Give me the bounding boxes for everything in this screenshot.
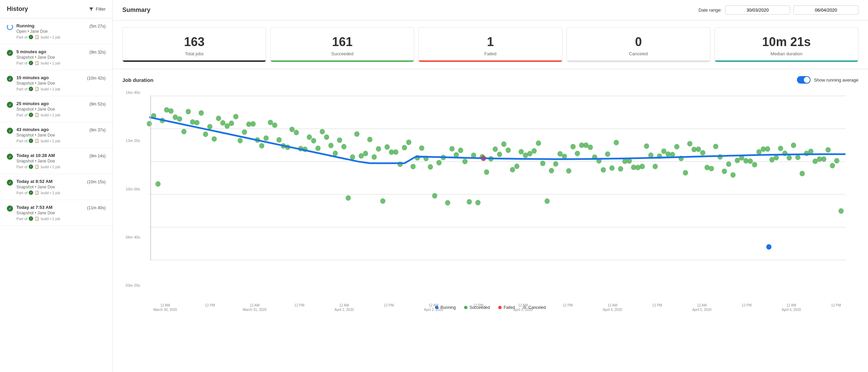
data-point-succeeded (527, 151, 532, 156)
data-point-succeeded (199, 110, 204, 116)
data-point-succeeded (765, 146, 770, 152)
x-time: 12 PM (545, 303, 590, 307)
x-time: 12 PM (456, 303, 501, 307)
data-point-succeeded (449, 146, 455, 152)
data-point-succeeded (484, 169, 489, 175)
data-point-succeeded (601, 167, 606, 173)
data-point-succeeded (328, 143, 334, 148)
list-item[interactable]: ✓ 5 minutes ago Snapshot • Jane Doe Part… (0, 44, 112, 70)
x-date: April 5, 2020 (680, 308, 724, 312)
data-point-succeeded (653, 164, 658, 169)
main-header: Summary Date range: (113, 0, 868, 20)
y-axis-label: 10m 00s (126, 187, 140, 191)
x-axis-label: 12 AMApril 5, 2020 (680, 303, 724, 312)
x-date: April 3, 2020 (501, 308, 545, 312)
list-item-subtitle: Open • Jane Doe (16, 29, 60, 34)
filter-button[interactable]: Filter (89, 6, 106, 12)
x-axis-label: 12 AMApril 4, 2020 (590, 303, 635, 312)
sidebar: History Filter Running Open • Jane Doe P… (0, 0, 113, 372)
x-axis-label: 12 PM (366, 303, 411, 312)
list-item-subtitle: Snapshot • Jane Doe (16, 211, 60, 215)
data-point-succeeded (380, 198, 385, 204)
date-range: Date range: (699, 5, 858, 15)
list-item-meta: Part of ✓ 📋 build • 1 job (16, 216, 60, 221)
data-point-succeeded (730, 172, 735, 178)
chart-plot: 12 AMMarch 30, 202012 PM12 AMMarch 31, 2… (143, 89, 858, 301)
data-point-succeeded (514, 164, 519, 169)
card-label: Canceled (575, 51, 702, 56)
data-point-succeeded (345, 195, 351, 201)
list-item-subtitle: Snapshot • Jane Doe (16, 185, 60, 189)
y-axis-label: 03m 20s (126, 283, 140, 287)
list-item[interactable]: ✓ 25 minutes ago Snapshot • Jane Doe Par… (0, 96, 112, 122)
data-point-succeeded (505, 147, 511, 153)
data-point-succeeded (384, 144, 390, 150)
data-point-succeeded (225, 123, 230, 129)
data-point-succeeded (700, 150, 705, 156)
check-icon: ✓ (7, 154, 13, 160)
data-point-succeeded (722, 169, 727, 174)
data-point-succeeded (259, 143, 264, 148)
meta-check-icon: ✓ (29, 87, 33, 91)
data-point-succeeded (661, 148, 666, 154)
list-item-content: 15 minutes ago Snapshot • Jane Doe Part … (16, 75, 106, 91)
list-item[interactable]: ✓ 43 minutes ago Snapshot • Jane Doe Par… (0, 122, 112, 148)
list-item[interactable]: ✓ Today at 7:53 AM Snapshot • Jane Doe P… (0, 200, 112, 226)
meta-check-icon: ✓ (29, 190, 33, 195)
card-bar (419, 60, 562, 62)
x-date: April 2, 2020 (411, 308, 456, 312)
x-axis-label: 12 PM (277, 303, 322, 312)
chart-title: Job duration (122, 77, 153, 83)
data-point-succeeded (186, 109, 191, 114)
list-item-content: Today at 10:28 AM Snapshot • Jane Doe Pa… (16, 153, 106, 169)
card-number: 10m 21s (723, 34, 850, 49)
y-axis-label: 16m 40s (126, 90, 140, 95)
data-point-succeeded (341, 144, 347, 149)
data-point-succeeded (839, 208, 844, 214)
list-item[interactable]: ✓ Today at 10:28 AM Snapshot • Jane Doe … (0, 148, 112, 174)
data-point-succeeded (367, 137, 372, 142)
data-point-succeeded (510, 167, 515, 173)
running-average-toggle[interactable] (797, 76, 811, 84)
calendar-icon: 📋 (35, 87, 39, 91)
data-point-succeeded (787, 155, 792, 161)
list-item[interactable]: ✓ 15 minutes ago Snapshot • Jane Doe Par… (0, 70, 112, 96)
date-to-input[interactable] (794, 5, 858, 15)
data-point-succeeded (826, 147, 831, 153)
data-point-succeeded (238, 138, 243, 143)
x-time: 12 AM (680, 303, 724, 307)
data-point-succeeded (216, 116, 221, 121)
x-time: 12 PM (277, 303, 322, 307)
data-point-succeeded (203, 132, 208, 137)
data-point-running (766, 244, 771, 250)
list-item-subtitle: Snapshot • Jane Doe (16, 159, 60, 163)
data-point-succeeded (289, 127, 295, 132)
data-point-succeeded (748, 158, 753, 164)
date-from-input[interactable] (725, 5, 790, 15)
list-item[interactable]: ✓ Today at 8:52 AM Snapshot • Jane Doe P… (0, 174, 112, 200)
data-point-succeeded (177, 116, 182, 122)
meta-check-icon: ✓ (29, 35, 33, 39)
toggle-container: Show running average (797, 76, 858, 84)
data-point-succeeded (800, 171, 805, 176)
list-item-meta: Part of ✓ 📋 build • 1 job (16, 113, 60, 117)
list-item[interactable]: Running Open • Jane Doe Part of ✓ 📋 buil… (0, 18, 112, 44)
data-point-succeeded (726, 161, 731, 167)
meta-check-icon: ✓ (29, 139, 33, 143)
chart-area: 16m 40s13m 20s10m 00s06m 40s03m 20s 12 A… (122, 89, 858, 301)
list-item-meta: Part of ✓ 📋 build • 1 job (16, 35, 60, 39)
data-point-succeeded (808, 149, 813, 154)
data-point-succeeded (419, 145, 424, 151)
data-point-succeeded (233, 114, 238, 119)
data-point-succeeded (436, 160, 442, 166)
x-time: 12 PM (635, 303, 680, 307)
main-panel: Summary Date range: 163 Total jobs 161 S… (113, 0, 868, 372)
data-point-succeeded (544, 198, 550, 204)
data-point-succeeded (588, 145, 593, 150)
list-item-content: 5 minutes ago Snapshot • Jane Doe Part o… (16, 49, 106, 65)
data-point-succeeded (410, 164, 416, 169)
data-point-succeeded (212, 136, 217, 142)
data-point-succeeded (371, 154, 377, 160)
data-point-succeeded (406, 140, 411, 145)
x-axis-label: 12 AMApril 3, 2020 (501, 303, 545, 312)
